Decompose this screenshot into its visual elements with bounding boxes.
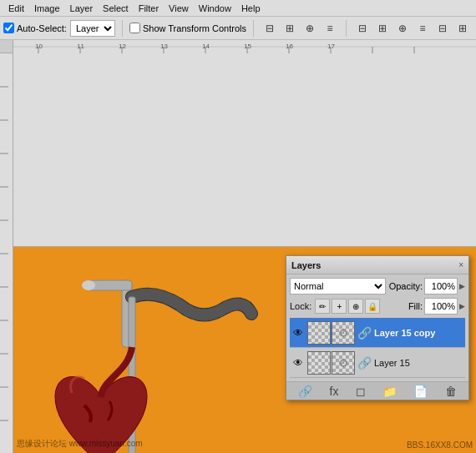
layer-eye-0[interactable]: 👁 [291, 326, 305, 340]
layers-row-blend: Normal Opacity: ▶ [290, 278, 465, 294]
toolbar-icon-4[interactable]: ≡ [321, 19, 339, 38]
lock-icon-all[interactable]: 🔒 [365, 299, 380, 314]
auto-select-label[interactable]: Auto-Select: [3, 23, 67, 33]
show-transform-checkbox[interactable] [129, 23, 140, 33]
app-container: Edit Image Layer Select Filter View Wind… [0, 0, 476, 453]
layer-name-0: Layer 15 copy [374, 328, 463, 338]
fill-input[interactable] [424, 298, 458, 315]
svg-text:12: 12 [119, 43, 126, 50]
layer-select[interactable]: Layer [70, 20, 115, 37]
toolbar-icon-10[interactable]: ⊞ [453, 19, 472, 38]
menu-bar: Edit Image Layer Select Filter View Wind… [0, 0, 476, 17]
menu-select[interactable]: Select [98, 2, 134, 15]
fill-arrow[interactable]: ▶ [459, 302, 465, 310]
svg-text:17: 17 [327, 43, 335, 50]
new-group-icon[interactable]: 📁 [382, 385, 397, 398]
menu-window[interactable]: Window [194, 2, 236, 15]
toolbar-icon-6[interactable]: ⊞ [373, 19, 392, 38]
layers-panel-close-button[interactable]: × [458, 260, 463, 269]
lock-icons-group: ✏ + ⊕ 🔒 [315, 299, 380, 314]
layer-thumb-mask-0: ⚙ [332, 321, 355, 345]
toolbar-separator-2 [253, 20, 254, 37]
watermark-bottom-right: BBS.16XX8.COM [407, 440, 473, 450]
toolbar-separator-3 [346, 20, 347, 37]
ruler-corner [0, 40, 13, 53]
delete-layer-icon[interactable]: 🗑 [445, 385, 457, 398]
watermark-bottom-left: 思缘设计论坛 www.missyuan.com [17, 438, 143, 450]
layers-panel-titlebar: Layers × [286, 256, 468, 274]
svg-text:14: 14 [202, 43, 210, 50]
toolbar-icon-2[interactable]: ⊞ [281, 19, 299, 38]
toolbar-separator-1 [122, 20, 123, 37]
fill-label: Fill: [408, 301, 423, 311]
svg-text:10: 10 [35, 43, 43, 50]
auto-select-checkbox[interactable] [3, 23, 14, 33]
toolbar-icon-group-2: ⊟ ⊞ ⊕ ≡ ⊟ ⊞ [353, 19, 472, 38]
toolbar-icon-8[interactable]: ≡ [413, 19, 432, 38]
layers-panel-bottom: 🔗 fx ◻ 📁 📄 🗑 [286, 381, 468, 400]
opacity-group: Opacity: ▶ [389, 278, 465, 294]
layer-item-0[interactable]: 👁 ⚙ 🔗 Layer 15 copy [290, 318, 465, 348]
layer-item-1[interactable]: 👁 ⚙ 🔗 Layer 15 [290, 348, 465, 378]
opacity-input[interactable] [424, 278, 458, 294]
lock-icon-fill[interactable]: ⊕ [348, 299, 363, 314]
show-transform-label[interactable]: Show Transform Controls [129, 23, 246, 33]
lock-icon-pen[interactable]: ✏ [315, 299, 330, 314]
lock-icon-move[interactable]: + [332, 299, 347, 314]
toolbar-icon-5[interactable]: ⊟ [353, 19, 372, 38]
add-style-icon[interactable]: fx [330, 385, 339, 398]
show-transform-text: Show Transform Controls [143, 23, 246, 33]
layers-row-lock: Lock: ✏ + ⊕ 🔒 Fill: ▶ [290, 298, 465, 315]
auto-select-text: Auto-Select: [17, 23, 67, 33]
blend-mode-select[interactable]: Normal [290, 278, 386, 294]
link-layers-icon[interactable]: 🔗 [298, 385, 312, 398]
layer-chain-0[interactable]: 🔗 [357, 326, 372, 340]
layers-panel-title: Layers [291, 260, 321, 270]
toolbar-icon-7[interactable]: ⊕ [393, 19, 412, 38]
menu-edit[interactable]: Edit [3, 2, 29, 15]
svg-text:13: 13 [160, 43, 168, 50]
opacity-arrow[interactable]: ▶ [459, 282, 465, 290]
svg-text:15: 15 [244, 43, 251, 50]
canvas-image: 思缘设计论坛 www.missyuan.com BBS.16XX8.COM La… [13, 247, 476, 453]
toolbar-icon-group: ⊟ ⊞ ⊕ ≡ [261, 19, 339, 38]
toolbar-icon-1[interactable]: ⊟ [261, 19, 279, 38]
menu-filter[interactable]: Filter [134, 2, 164, 15]
menu-help[interactable]: Help [236, 2, 266, 15]
layer-thumb-preview-0 [307, 321, 331, 345]
layer-thumb-preview-1 [307, 351, 331, 375]
new-layer-icon[interactable]: 📄 [413, 385, 428, 398]
toolbar-icon-3[interactable]: ⊕ [301, 19, 319, 38]
layer-name-1: Layer 15 [374, 358, 463, 368]
lock-label: Lock: [290, 301, 311, 311]
opacity-label: Opacity: [389, 281, 423, 291]
layers-panel-body: Normal Opacity: ▶ Lock: [286, 274, 468, 381]
toolbar-icon-9[interactable]: ⊟ [433, 19, 452, 38]
menu-image[interactable]: Image [29, 2, 65, 15]
canvas-area: 思缘设计论坛 www.missyuan.com BBS.16XX8.COM La… [13, 247, 476, 453]
svg-text:11: 11 [77, 43, 84, 50]
layer-eye-1[interactable]: 👁 [291, 356, 305, 370]
layer-chain-1[interactable]: 🔗 [357, 356, 372, 370]
svg-point-32 [82, 280, 95, 290]
layers-panel: Layers × Normal Opacity: [286, 255, 469, 400]
svg-text:16: 16 [286, 43, 293, 50]
ruler-vertical [0, 53, 13, 453]
toolbar: Auto-Select: Layer Show Transform Contro… [0, 17, 476, 40]
ruler-horizontal: 10 11 12 13 14 15 16 17 [13, 40, 476, 247]
add-mask-icon[interactable]: ◻ [356, 385, 366, 398]
menu-view[interactable]: View [164, 2, 194, 15]
menu-layer[interactable]: Layer [65, 2, 99, 15]
artwork-svg [38, 264, 289, 453]
layer-thumb-mask-1: ⚙ [332, 351, 355, 375]
layer-thumb-group-0: ⚙ [307, 321, 355, 345]
layer-thumb-group-1: ⚙ [307, 351, 355, 375]
fill-group: Fill: ▶ [408, 298, 465, 315]
